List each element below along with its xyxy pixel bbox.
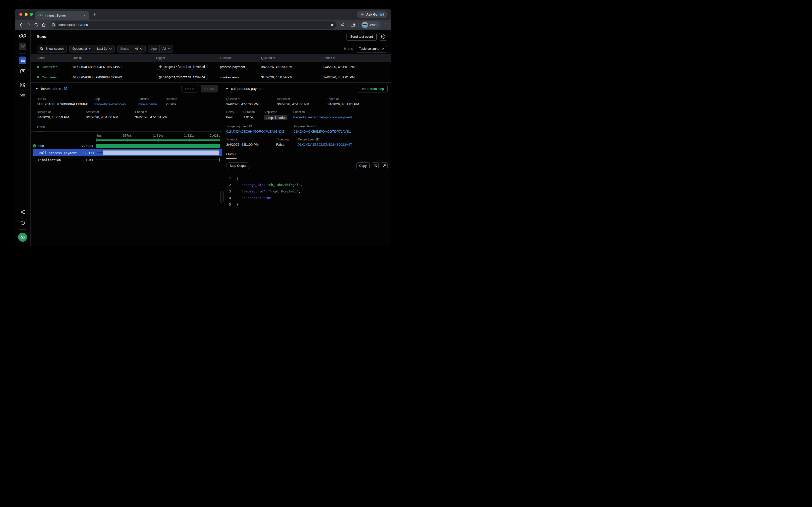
table-columns-button[interactable]: Table columns [356,45,387,53]
collapse-chevron-icon[interactable] [36,88,39,90]
app-link[interactable]: trace-docs-examples [95,102,135,106]
ended-at-value: 3/4/2026, 4:51:01 PM [327,102,359,106]
pane-resize-handle[interactable] [220,191,224,203]
event-icon [159,65,162,68]
sidebar-item-terminal[interactable] [19,92,26,100]
chevron-down-icon [168,48,170,50]
timed-out-label: Timed out [276,138,295,141]
external-link-icon[interactable] [64,87,67,91]
table-row[interactable]: Completed 01KJXDACBF7E98M00RAFCK9HAX inn… [30,72,391,82]
function-link[interactable]: invoke-demo [138,102,163,106]
url-text[interactable]: localhost:8288/runs [59,23,328,26]
forward-button[interactable] [25,21,33,29]
chevron-down-icon [381,48,384,50]
ruler-tick-label: 0ms [97,134,102,137]
tab-output[interactable]: Output [226,152,237,159]
status-badge: Completed [42,75,58,79]
step-output-button[interactable]: Step Output [226,162,250,169]
sidebar-item-apps[interactable] [19,81,26,89]
browser-tab[interactable]: Inngest Server × [36,11,89,19]
code-icon [20,236,25,239]
queued-at-value: 3/4/2026, 4:50:59 PM [261,75,323,79]
dev-mode-button[interactable] [18,233,27,242]
show-search-button[interactable]: Show search [37,45,67,53]
bookmark-star-icon[interactable] [330,23,334,26]
sidebar-item-runs[interactable] [19,57,26,64]
trigger-pill[interactable]: inngest/function.invoked [156,64,208,70]
settings-button[interactable] [379,33,387,41]
column-header-trigger[interactable]: Trigger [156,56,220,60]
trace-bar-run[interactable] [96,144,220,148]
workspace-badge[interactable]: DV [19,43,26,50]
reload-button[interactable] [33,21,40,29]
event-icon [159,76,162,79]
column-header-ended-at[interactable]: Ended at [323,56,391,60]
inngest-logo-icon[interactable] [19,34,26,39]
started-at-label: Started at [277,97,324,101]
trace-span-duration: 19ms [85,158,93,162]
url-bar[interactable]: localhost:8288/runs [50,21,336,29]
site-info-icon[interactable] [51,22,56,27]
sidebar-item-search[interactable] [19,67,26,75]
trace-row-step-selected[interactable]: call-process-payment 1.915s [33,149,222,156]
status-dot [37,66,39,68]
trigger-pill[interactable]: inngest/function.invoked [156,74,208,80]
rerun-button[interactable]: Rerun [182,85,198,93]
close-tab-icon[interactable]: × [82,13,87,18]
send-test-event-button[interactable]: Send test event [347,33,377,41]
zoom-window-button[interactable] [30,13,33,16]
collapse-chevron-icon[interactable] [226,88,229,90]
share-icon[interactable] [19,208,26,216]
back-button[interactable] [17,21,25,29]
queued-at-value: 3/4/2026, 4:50:59 PM [37,115,83,119]
duration-label: Duration [243,110,261,114]
trace-bar-step[interactable] [103,151,219,155]
browser-menu-icon[interactable]: ⋮ [382,22,389,27]
home-button[interactable] [40,21,48,29]
trace-row-run[interactable]: Run 2.028s [30,142,222,149]
started-at-label: Started at [86,110,132,114]
rerun-from-step-button[interactable]: Rerun from step [357,85,388,93]
time-range-dropdown[interactable]: Last 3d [95,47,115,51]
queued-at-dropdown[interactable]: Queued at [70,47,94,51]
column-header-status[interactable]: Status [37,56,73,60]
ask-gemini-label: Ask Gemini [366,12,384,16]
ended-at-value: 3/4/2026, 4:51:01 PM [323,75,391,79]
tab-trace[interactable]: Trace [37,125,45,131]
column-header-run-id[interactable]: Run ID [73,56,156,60]
function-link[interactable]: trace-docs-examples-process-payment [293,115,352,119]
runs-count: 9 runs [344,47,353,51]
minimize-window-button[interactable] [24,13,27,16]
function-label: Function [293,110,352,114]
trace-bar-finalization[interactable] [219,158,220,162]
extensions-icon[interactable] [338,21,346,29]
gemini-sparkle-icon [360,12,364,16]
wrap-text-icon [373,164,377,168]
status-filter-dropdown[interactable]: All [132,47,145,51]
expand-button[interactable] [381,162,388,169]
column-header-queued-at[interactable]: Queued at [261,56,323,60]
new-tab-icon[interactable]: + [93,11,96,17]
app-filter-dropdown[interactable]: All [160,47,173,51]
help-icon[interactable] [19,219,26,226]
copy-button[interactable]: Copy [356,162,370,169]
triggered-run-id-label: Triggered Run ID [294,125,351,128]
step-detail-pane: call-process-payment Rerun from step Que… [222,83,391,246]
side-panel-search-icon[interactable] [349,21,357,29]
table-row[interactable]: Completed 01KJXDACKB9MPQACGTDP7JAVS1 inn… [30,62,391,72]
triggering-event-id-link[interactable]: 01KJXDACEC6H49QRQXWEA93NXZ [226,130,291,133]
close-window-button[interactable] [19,13,22,16]
ask-gemini-button[interactable]: Ask Gemini [357,10,388,18]
triggered-run-id-link[interactable]: 01KJXDACKB9MPQACGTDP7JAVS1 [294,130,351,133]
queued-at-value: 3/4/2026, 4:51:00 PM [226,102,274,106]
cancel-button[interactable]: Cancel [201,85,218,93]
return-event-id-link[interactable]: 01KJXDAE66CMZMB28439023V4T [298,143,352,147]
trace-row-finalization[interactable]: Finalization 19ms [30,156,222,163]
trace-bar-connector [97,153,103,153]
wrap-text-button[interactable] [372,162,379,169]
timeout-value: 3/4/2027, 4:51:00 PM [226,143,273,147]
started-at-value: 3/4/2026, 4:51:00 PM [86,115,132,119]
column-header-function[interactable]: Function [220,56,261,60]
profile-button[interactable]: Work [361,21,381,29]
run-id-label: Run ID [37,97,91,101]
